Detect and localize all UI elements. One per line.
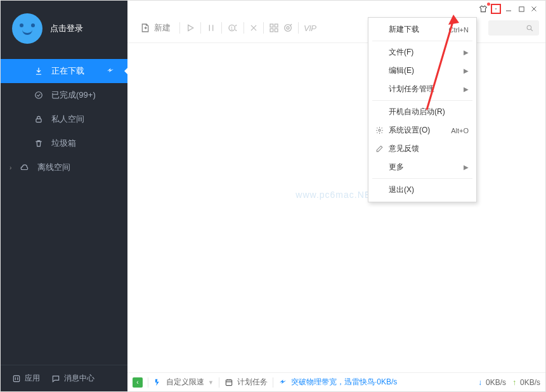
login-button[interactable]: 点击登录 [50, 23, 83, 34]
trash-icon [34, 138, 44, 148]
speed-icon [153, 378, 162, 387]
skin-icon[interactable] [478, 4, 488, 14]
sidebar-item-trash[interactable]: 垃圾箱 [1, 131, 127, 155]
content-area: www.pc6mac.NET [127, 43, 545, 372]
download-speed: ↓ 0KB/s [478, 378, 506, 387]
menu-item-edit[interactable]: 编辑(E) ▶ [368, 62, 476, 80]
svg-rect-16 [226, 379, 231, 385]
menu-item-new-download[interactable]: 新建下载 Ctrl+N [368, 20, 476, 39]
promo-link[interactable]: 突破物理带宽，迅雷快鸟·0KB/s [278, 377, 397, 388]
speed-limit-button[interactable]: 自定义限速 ▼ [153, 377, 214, 388]
check-circle-icon [34, 90, 44, 100]
sidebar-nav: 正在下载 已完成(99+) 私人空间 [1, 59, 127, 365]
menu-item-feedback[interactable]: 意见反馈 [368, 140, 476, 158]
menu-item-settings[interactable]: 系统设置(O) Alt+O [368, 121, 476, 140]
menu-item-file[interactable]: 文件(F) ▶ [368, 43, 476, 62]
cloud-icon [20, 162, 30, 173]
close-button[interactable] [529, 4, 539, 14]
sidebar-item-label: 离线空间 [37, 162, 70, 173]
new-task-button[interactable]: 新建 [136, 20, 174, 36]
sidebar-item-label: 已完成(99+) [51, 89, 96, 101]
target-icon[interactable] [283, 23, 293, 33]
svg-point-12 [527, 25, 531, 30]
download-icon [34, 66, 44, 76]
maximize-button[interactable] [516, 4, 526, 14]
grid-icon[interactable] [269, 23, 279, 33]
svg-point-10 [285, 25, 292, 32]
edit-icon [375, 145, 384, 153]
menu-item-autostart[interactable]: 开机自动启动(R) [368, 103, 476, 121]
svg-rect-7 [275, 24, 278, 27]
priority-icon[interactable]: 1 [227, 23, 238, 33]
apps-label: 应用 [25, 373, 40, 384]
chevron-right-icon: › [10, 164, 11, 171]
svg-rect-8 [270, 29, 273, 32]
main-area: 新建 1 VIP www.pc6mac.NET [127, 1, 545, 391]
chat-icon [51, 374, 60, 383]
sidebar: 点击登录 正在下载 已完成(99+) [1, 1, 127, 391]
chevron-right-icon: ▶ [464, 164, 469, 171]
pause-icon[interactable] [206, 23, 216, 33]
sidebar-item-completed[interactable]: 已完成(99+) [1, 83, 127, 107]
svg-rect-9 [275, 29, 278, 32]
titlebar [127, 1, 545, 17]
watermark-text: www.pc6mac.NET [296, 190, 377, 200]
menu-item-exit[interactable]: 退出(X) [368, 181, 476, 199]
menu-item-more[interactable]: 更多 ▶ [368, 158, 476, 176]
calendar-icon [224, 378, 233, 387]
gear-icon [375, 126, 384, 134]
minimize-button[interactable] [504, 4, 514, 14]
swift-icon [278, 379, 287, 386]
svg-point-13 [378, 129, 380, 131]
app-icon [12, 374, 21, 383]
delete-icon[interactable] [249, 23, 258, 32]
apps-button[interactable]: 应用 [12, 373, 40, 384]
search-icon [526, 24, 534, 32]
upload-speed: ↑ 0KB/s [512, 378, 540, 387]
chevron-down-icon: ▼ [208, 379, 214, 386]
svg-point-0 [36, 92, 42, 99]
sidebar-item-label: 私人空间 [51, 114, 84, 125]
sidebar-item-private[interactable]: 私人空间 [1, 107, 127, 131]
new-label: 新建 [154, 22, 171, 34]
up-arrow-icon: ↑ [512, 378, 516, 387]
search-input[interactable] [488, 20, 539, 36]
sidebar-item-downloading[interactable]: 正在下载 [1, 59, 127, 83]
sidebar-item-offline[interactable]: › 离线空间 [1, 155, 127, 180]
messages-label: 消息中心 [64, 373, 94, 384]
play-icon[interactable] [185, 23, 195, 33]
menu-dropdown-button[interactable] [491, 4, 501, 14]
sidebar-bottom: 应用 消息中心 [1, 365, 127, 391]
svg-point-11 [287, 27, 289, 29]
sidebar-item-label: 垃圾箱 [51, 138, 76, 149]
down-arrow-icon: ↓ [478, 378, 482, 387]
vip-icon[interactable]: VIP [304, 23, 316, 33]
status-bar: ‹ 自定义限速 ▼ 计划任务 突破物理带宽，迅雷快 [127, 372, 545, 391]
sidebar-item-label: 正在下载 [51, 65, 84, 77]
user-area[interactable]: 点击登录 [1, 1, 127, 59]
scheduled-tasks-button[interactable]: 计划任务 [224, 377, 268, 388]
svg-rect-1 [36, 119, 41, 122]
status-expand-icon[interactable]: ‹ [133, 377, 143, 388]
svg-text:1: 1 [231, 26, 233, 30]
chevron-right-icon: ▶ [464, 86, 469, 93]
messages-button[interactable]: 消息中心 [51, 373, 94, 384]
lock-icon [34, 114, 44, 124]
swift-icon [106, 67, 115, 75]
new-plus-icon [140, 23, 150, 33]
svg-rect-3 [519, 6, 523, 11]
svg-rect-6 [270, 24, 273, 27]
svg-rect-2 [13, 376, 19, 381]
main-menu: 新建下载 Ctrl+N 文件(F) ▶ 编辑(E) ▶ 计划任务管理 ▶ [368, 17, 477, 202]
separator [179, 22, 180, 34]
chevron-right-icon: ▶ [464, 67, 469, 74]
avatar[interactable] [12, 13, 42, 44]
menu-item-schedule[interactable]: 计划任务管理 ▶ [368, 80, 476, 98]
toolbar: 新建 1 VIP [127, 17, 545, 43]
chevron-right-icon: ▶ [464, 49, 469, 56]
